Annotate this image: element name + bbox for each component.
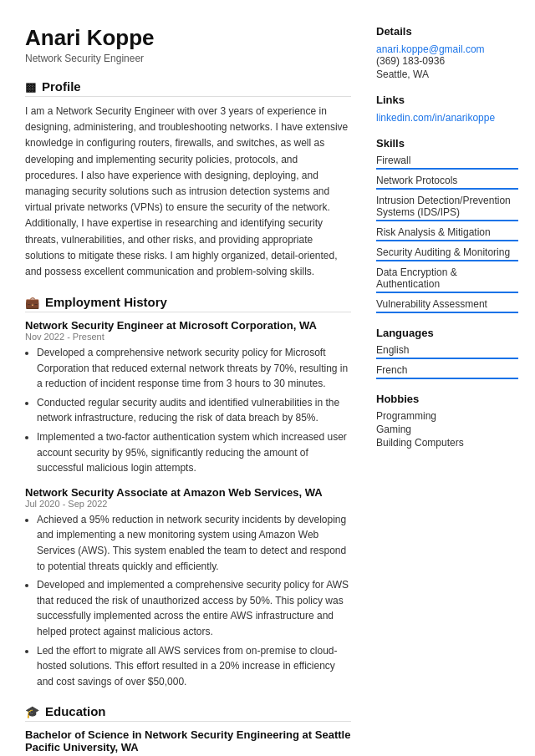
details-email[interactable]: anari.koppe@gmail.com (376, 43, 485, 55)
job-0-title: Network Security Engineer at Microsoft C… (25, 319, 351, 332)
skill-bar-6 (376, 312, 518, 313)
hobbies-title: Hobbies (376, 393, 518, 405)
skill-1: Network Protocols (376, 175, 518, 190)
job-1-bullet-2: Led the effort to migrate all AWS servic… (37, 643, 351, 690)
job-0-date: Nov 2022 - Present (25, 332, 351, 342)
job-0-bullet-2: Implemented a two-factor authentication … (37, 429, 351, 476)
skill-bar-4 (376, 260, 518, 261)
education-icon: 🎓 (25, 705, 39, 718)
skill-6: Vulnerability Assessment (376, 298, 518, 313)
details-location: Seattle, WA (376, 68, 518, 80)
job-1-date: Jul 2020 - Sep 2022 (25, 499, 351, 509)
job-0-bullet-0: Developed a comprehensive network securi… (37, 345, 351, 392)
profile-text: I am a Network Security Engineer with ov… (25, 104, 351, 280)
job-1-bullets: Achieved a 95% reduction in network secu… (25, 512, 351, 690)
languages-section: Languages English French (376, 327, 518, 379)
hobby-2: Building Computers (376, 437, 518, 449)
skills-section: Skills Firewall Network Protocols Intrus… (376, 137, 518, 313)
lang-0: English (376, 344, 518, 359)
candidate-name: Anari Koppe (25, 25, 351, 51)
links-title: Links (376, 94, 518, 106)
skill-5: Data Encryption & Authentication (376, 266, 518, 293)
right-column: Details anari.koppe@gmail.com (369) 183-… (376, 25, 518, 756)
hobby-1: Gaming (376, 424, 518, 435)
profile-section: ▩ Profile I am a Network Security Engine… (25, 79, 351, 280)
details-section: Details anari.koppe@gmail.com (369) 183-… (376, 25, 518, 80)
details-phone: (369) 183-0936 (376, 55, 518, 67)
lang-1: French (376, 364, 518, 379)
links-linkedin[interactable]: linkedin.com/in/anarikoppe (376, 112, 495, 124)
job-1-title: Network Security Associate at Amazon Web… (25, 486, 351, 499)
resume-header: Anari Koppe Network Security Engineer (25, 25, 351, 64)
languages-title: Languages (376, 327, 518, 339)
skills-title: Skills (376, 137, 518, 150)
profile-icon: ▩ (25, 80, 36, 94)
profile-section-title: ▩ Profile (25, 79, 351, 97)
job-0: Network Security Engineer at Microsoft C… (25, 319, 351, 476)
edu-0: Bachelor of Science in Network Security … (25, 728, 351, 756)
skill-0: Firewall (376, 155, 518, 170)
skill-bar-3 (376, 240, 518, 241)
links-section: Links linkedin.com/in/anarikoppe (376, 94, 518, 124)
job-1-bullet-0: Achieved a 95% reduction in network secu… (37, 512, 351, 574)
details-title: Details (376, 25, 518, 38)
skill-4: Security Auditing & Monitoring (376, 246, 518, 261)
lang-bar-1 (376, 378, 518, 379)
skill-3: Risk Analysis & Mitigation (376, 226, 518, 241)
employment-icon: 💼 (25, 296, 39, 309)
education-section-title: 🎓 Education (25, 704, 351, 722)
skill-bar-5 (376, 292, 518, 293)
job-0-bullet-1: Conducted regular security audits and id… (37, 395, 351, 426)
education-section: 🎓 Education Bachelor of Science in Netwo… (25, 704, 351, 756)
skill-bar-1 (376, 188, 518, 190)
skill-bar-2 (376, 220, 518, 221)
lang-bar-0 (376, 358, 518, 359)
hobby-0: Programming (376, 410, 518, 422)
job-1: Network Security Associate at Amazon Web… (25, 486, 351, 690)
skill-bar-0 (376, 168, 518, 170)
edu-0-title: Bachelor of Science in Network Security … (25, 728, 351, 753)
employment-section-title: 💼 Employment History (25, 295, 351, 312)
employment-section: 💼 Employment History Network Security En… (25, 295, 351, 689)
skill-2: Intrusion Detection/Prevention Systems (… (376, 195, 518, 221)
job-1-bullet-1: Developed and implemented a comprehensiv… (37, 577, 351, 639)
job-0-bullets: Developed a comprehensive network securi… (25, 345, 351, 476)
hobbies-section: Hobbies Programming Gaming Building Comp… (376, 393, 518, 449)
candidate-title: Network Security Engineer (25, 53, 351, 64)
